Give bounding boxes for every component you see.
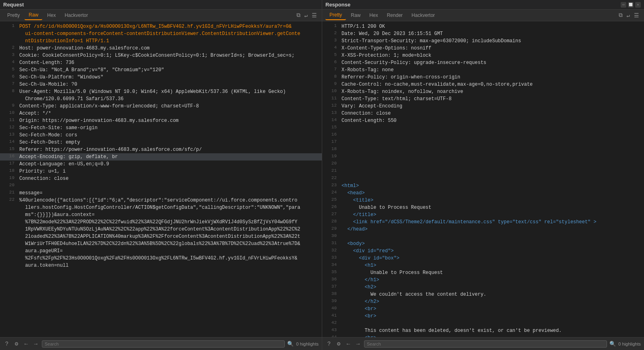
request-header: Request — [0, 0, 322, 10]
response-question-icon[interactable]: ? — [325, 340, 333, 348]
line-number: 22 — [325, 175, 337, 180]
response-tab-hackvertor[interactable]: Hackvertor — [407, 11, 439, 20]
response-line: 1HTTP/1.1 200 OK — [322, 23, 644, 30]
response-search-input[interactable] — [364, 340, 607, 348]
response-copy-icon[interactable]: ⧉ — [617, 11, 624, 19]
line-content: Cache-Control: no-cache,must-revalidate,… — [342, 81, 641, 88]
line-number: 17 — [3, 161, 14, 166]
line-content: Cookie: CookieConsentPolicy=0:1; LSKey-c… — [19, 52, 319, 59]
response-tab-render[interactable]: Render — [383, 11, 407, 20]
request-line: ms":{}}]})&aura.context= — [0, 211, 322, 218]
response-tab-pretty[interactable]: Pretty — [325, 10, 346, 20]
request-gear-icon[interactable]: ⚙ — [13, 340, 20, 348]
line-content: <div id="box"> — [342, 255, 641, 262]
request-code-area: 1POST /sfc/id/Hs0O0O01Qoxg/a/Hs0O0O013Ox… — [0, 21, 322, 337]
request-line: 1POST /sfc/id/Hs0O0O01Qoxg/a/Hs0O0O013Ox… — [0, 23, 322, 30]
line-number: 14 — [325, 117, 337, 122]
line-content: Unable to Process Request — [342, 269, 641, 276]
request-line: 4Content-Length: 736 — [0, 59, 322, 66]
line-number: 11 — [3, 117, 14, 122]
response-line: 20 — [322, 161, 644, 168]
response-line: 30 — [322, 233, 644, 240]
line-content: Content-Length: 550 — [342, 117, 641, 124]
line-number: 18 — [3, 168, 14, 173]
response-line: 35 Unable to Process Request — [322, 269, 644, 276]
win-btn-1[interactable]: ▭ — [621, 2, 626, 8]
line-content: Sec-Fetch-Dest: empty — [19, 139, 319, 146]
request-search-icon[interactable]: 🔍 — [287, 341, 294, 347]
request-menu-icon[interactable]: ☰ — [310, 11, 319, 20]
request-copy-icon[interactable]: ⧉ — [295, 11, 302, 19]
request-line: llers.hostConfig.HostConfigController/AC… — [0, 204, 322, 211]
response-forward-icon[interactable]: → — [354, 340, 362, 348]
line-number: 12 — [3, 124, 14, 130]
response-bottom-bar: ? ⚙ ← → 🔍 0 highlights — [322, 337, 644, 350]
request-search-input[interactable] — [42, 340, 285, 348]
response-line: 3Strict-Transport-Security: max-age=6307… — [322, 37, 644, 45]
line-content: <br> — [342, 334, 641, 337]
response-tab-raw[interactable]: Raw — [347, 11, 364, 20]
request-line: 2loaded%22%3A%7B%22APPLICATION%40markup%… — [0, 233, 322, 240]
request-tab-hex[interactable]: Hex — [43, 11, 60, 20]
line-content: Strict-Transport-Security: max-age=63072… — [342, 37, 641, 45]
line-content: <body> — [342, 240, 641, 247]
response-line: 4X-Content-Type-Options: nosniff — [322, 45, 644, 52]
request-line: 17Accept-Language: en-US,en;q=0.9 — [0, 161, 322, 168]
request-line: W1WriUrTFH0ED4uhoeILA%22%7D%2C%22dn%22%3… — [0, 240, 322, 247]
response-gear-icon[interactable]: ⚙ — [335, 340, 342, 348]
request-line: %7B%22mode%22%3A%22PROD%22%2C%22fwuid%22… — [0, 218, 322, 226]
response-line: 40 <br> — [322, 305, 644, 313]
response-line: 9Cache-Control: no-cache,must-revalidate… — [322, 81, 644, 88]
line-content: <h1> — [342, 262, 641, 269]
line-number: 36 — [325, 276, 337, 282]
response-menu-icon[interactable]: ☰ — [632, 11, 641, 20]
request-wrap-icon[interactable]: ↵ — [303, 11, 309, 20]
request-back-icon[interactable]: ← — [23, 340, 30, 348]
line-content: Accept: */* — [19, 110, 319, 117]
line-number: 40 — [325, 305, 337, 311]
line-content: </title> — [342, 211, 641, 218]
request-line: 19Connection: close — [0, 175, 322, 182]
line-content: aura.pageURI= — [19, 247, 319, 255]
response-search-icon[interactable]: 🔍 — [609, 341, 616, 347]
response-line: 5X-XSS-Protection: 1; mode=block — [322, 52, 644, 59]
win-btn-3[interactable]: ✕ — [635, 2, 641, 8]
line-number: 16 — [3, 153, 14, 159]
line-content: Referer: https://power-innovation-4683.m… — [19, 146, 319, 153]
win-btn-2[interactable]: ⬜ — [628, 2, 634, 8]
line-number — [3, 247, 14, 248]
line-number: 30 — [325, 233, 337, 238]
line-number: 26 — [325, 204, 337, 209]
line-number — [3, 211, 14, 212]
response-line: 23<html> — [322, 182, 644, 189]
request-title: Request — [3, 2, 24, 8]
request-question-icon[interactable]: ? — [3, 340, 10, 348]
line-number: 16 — [325, 132, 337, 137]
line-content: <link href="/dCSS/Theme2/default/mainten… — [342, 218, 641, 226]
line-number: 3 — [325, 37, 337, 43]
line-number: 10 — [325, 88, 337, 93]
line-number — [3, 218, 14, 219]
request-line: 2Host: power-innovation-4683.my.salesfor… — [0, 45, 322, 52]
response-line: 32 <div id="red"> — [322, 247, 644, 255]
line-number: 33 — [325, 255, 337, 260]
response-back-icon[interactable]: ← — [345, 340, 352, 348]
line-number: 1 — [325, 23, 337, 28]
request-forward-icon[interactable]: → — [32, 340, 39, 348]
request-line: 22%40urlencode({"actions":[{"id":"6;a","… — [0, 197, 322, 204]
response-wrap-icon[interactable]: ↵ — [625, 11, 632, 20]
line-number: 19 — [325, 153, 337, 159]
line-content: X-Robots-Tag: noindex, nofollow, noarchi… — [342, 88, 641, 95]
line-number: 28 — [325, 218, 337, 224]
response-tab-hex[interactable]: Hex — [365, 11, 382, 20]
line-content: Sec-Ch-Ua-Mobile: ?0 — [19, 81, 319, 88]
request-tab-raw[interactable]: Raw — [25, 10, 42, 20]
line-number: 1 — [3, 23, 14, 28]
line-content: ms":{}}]})&aura.context= — [19, 211, 319, 218]
request-tab-hackvertor[interactable]: Hackvertor — [61, 11, 92, 20]
line-number: 5 — [3, 66, 14, 72]
response-line: 16 — [322, 132, 644, 139]
request-tab-pretty[interactable]: Pretty — [3, 11, 24, 20]
request-line: aura.pageURI= — [0, 247, 322, 255]
response-line: 22 — [322, 175, 644, 182]
